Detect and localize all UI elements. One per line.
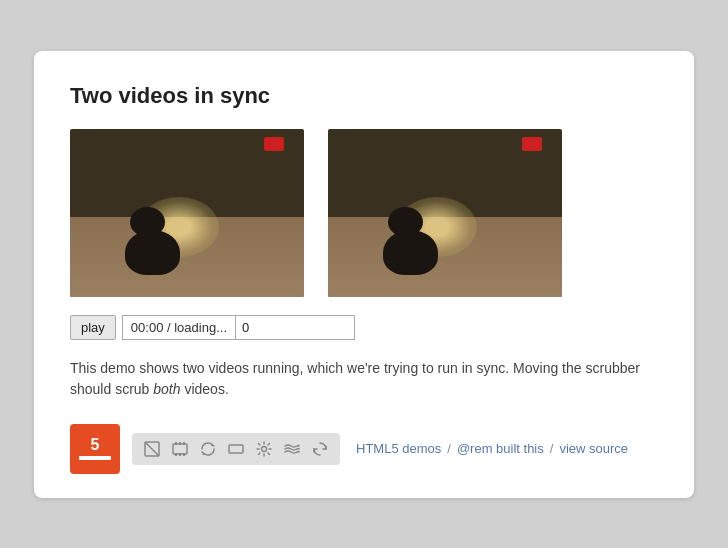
description: This demo shows two videos running, whic… xyxy=(70,358,658,400)
controls-row: play 00:00 / loading... xyxy=(70,315,658,340)
videos-container xyxy=(70,129,658,297)
footer: 5 xyxy=(70,424,658,474)
toolbar-icons xyxy=(132,433,340,465)
svg-rect-6 xyxy=(175,453,177,456)
scrubber-input[interactable] xyxy=(235,315,355,340)
svg-rect-5 xyxy=(183,442,185,445)
rem-link[interactable]: @rem built this xyxy=(457,441,544,456)
cat-head xyxy=(130,207,165,237)
time-display: 00:00 / loading... xyxy=(122,315,235,340)
film-icon[interactable] xyxy=(170,439,190,459)
footer-links: HTML5 demos / @rem built this / view sou… xyxy=(356,441,628,456)
svg-rect-4 xyxy=(179,442,181,445)
html5-demos-link[interactable]: HTML5 demos xyxy=(356,441,441,456)
rectangle-icon[interactable] xyxy=(226,439,246,459)
sync-icon[interactable] xyxy=(310,439,330,459)
no-image-icon[interactable] xyxy=(142,439,162,459)
badge-bar xyxy=(79,456,111,460)
refresh-icon[interactable] xyxy=(198,439,218,459)
description-italic: both xyxy=(153,381,180,397)
svg-rect-9 xyxy=(229,445,243,453)
description-text-after: videos. xyxy=(181,381,229,397)
page-title: Two videos in sync xyxy=(70,83,658,109)
video-2[interactable] xyxy=(328,129,562,297)
svg-line-1 xyxy=(145,442,159,456)
main-card: Two videos in sync play 00:00 / loading.… xyxy=(34,51,694,498)
svg-rect-3 xyxy=(175,442,177,445)
play-button[interactable]: play xyxy=(70,315,116,340)
svg-point-10 xyxy=(262,446,267,451)
separator-1: / xyxy=(447,441,451,456)
video-1[interactable] xyxy=(70,129,304,297)
gear-icon[interactable] xyxy=(254,439,274,459)
html5-badge: 5 xyxy=(70,424,120,474)
svg-rect-7 xyxy=(179,453,181,456)
svg-rect-8 xyxy=(183,453,185,456)
waves-icon[interactable] xyxy=(282,439,302,459)
view-source-link[interactable]: view source xyxy=(559,441,628,456)
red-object xyxy=(264,137,284,151)
badge-label: 5 xyxy=(91,437,100,453)
red-object-2 xyxy=(522,137,542,151)
separator-2: / xyxy=(550,441,554,456)
svg-rect-2 xyxy=(173,444,187,454)
cat-head-2 xyxy=(388,207,423,237)
